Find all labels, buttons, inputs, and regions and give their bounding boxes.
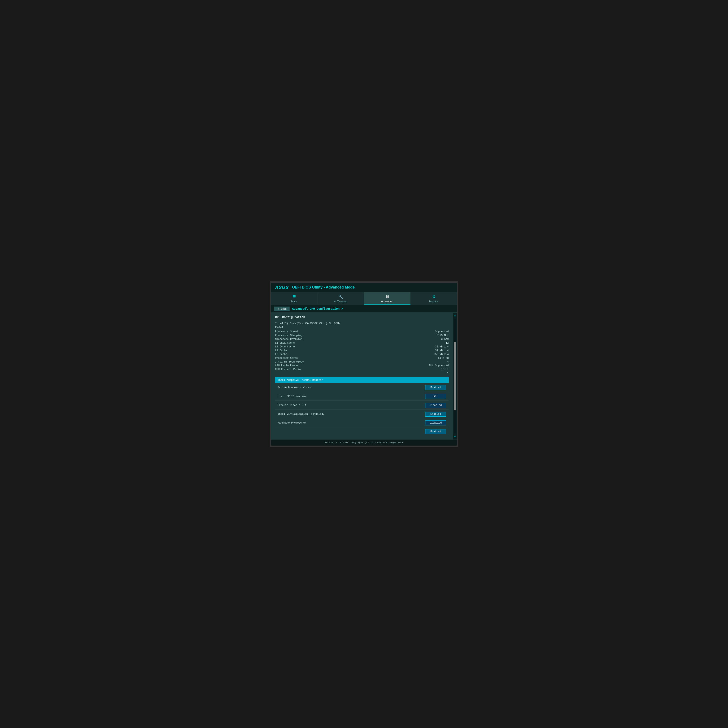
l2-cache-label: L2 Cache — [275, 349, 287, 352]
tab-monitor[interactable]: ⚙ Monitor — [411, 292, 457, 305]
scroll-track[interactable] — [454, 319, 456, 433]
info-row: CPU Ratio Range Not Supported — [275, 364, 449, 367]
proc-speed-label: Processor Speed — [275, 330, 298, 333]
info-row: L1 Code Cache 32 kB x 4 — [275, 345, 449, 349]
info-row: L3 Cache 256 kB x 4 — [275, 352, 449, 356]
proc-speed-value: Supported — [435, 330, 449, 333]
section-title: CPU Configuration — [275, 315, 449, 319]
setting-extra[interactable]: Enabled — [275, 428, 449, 436]
extra-value: 31 — [446, 372, 449, 375]
scroll-down-icon[interactable]: ▼ — [453, 434, 457, 439]
em64t-label: EM64T — [275, 326, 449, 329]
advanced-icon: 🖥 — [385, 294, 389, 299]
virtualization-value[interactable]: Enabled — [425, 411, 446, 417]
monitor-frame: ASUS UEFI BIOS Utility - Advanced Mode ☰… — [270, 281, 458, 447]
l1-code-value: 32 kB x 4 — [435, 345, 449, 348]
back-label: Back — [281, 307, 287, 310]
cpu-current-ratio-label: CPU Current Ratio — [275, 368, 301, 371]
info-row: 31 — [275, 371, 449, 375]
info-row: Intel HT Technology 4 — [275, 360, 449, 364]
l1-data-label: L1 Data Cache — [275, 341, 295, 344]
extra-setting-value[interactable]: Enabled — [425, 429, 446, 434]
hw-prefetcher-value[interactable]: Disabled — [425, 421, 446, 425]
scrollbar: ▲ ▼ — [453, 313, 457, 439]
tab-monitor-label: Monitor — [429, 300, 438, 303]
proc-cores-label: Processor Cores — [275, 357, 298, 359]
breadcrumb-current: CPU Configuration > — [310, 307, 343, 310]
l3-cache-label: L3 Cache — [275, 353, 287, 356]
content-area: CPU Configuration Intel(R) Core(TM) i5-3… — [271, 313, 453, 439]
limit-cpuid-value[interactable]: All — [425, 394, 446, 399]
info-row: Processor Stepping 3125 MHz — [275, 333, 449, 337]
tab-advanced-label: Advanced — [381, 300, 393, 303]
tab-ai-tweaker[interactable]: 🔧 Ai Tweaker — [317, 292, 364, 305]
footer-text: Version 2.10.1208. Copyright (C) 2012 Am… — [324, 441, 404, 444]
tab-main-label: Main — [291, 300, 297, 303]
active-cores-label: Active Processor Cores — [278, 386, 311, 389]
cpu-ratio-range-label: CPU Ratio Range — [275, 364, 298, 367]
setting-thermal-monitor[interactable]: Intel Adaptive Thermal Monitor — [275, 377, 449, 383]
execute-disable-value[interactable]: Disabled — [425, 403, 446, 408]
setting-limit-cpuid[interactable]: Limit CPUID Maximum All — [275, 393, 449, 401]
cpu-current-ratio-value: 16-31 — [441, 368, 449, 371]
info-row: CPU Current Ratio 16-31 — [275, 367, 449, 371]
info-row: Processor Cores 6144 kB — [275, 356, 449, 360]
info-table: Processor Speed Supported Processor Step… — [275, 330, 449, 375]
l2-cache-value: 32 kB x 4 — [435, 349, 449, 352]
footer-bar: Version 2.10.1208. Copyright (C) 2012 Am… — [271, 439, 457, 445]
tab-main[interactable]: ☰ Main — [271, 292, 317, 305]
setting-virtualization[interactable]: Intel Virtualization Technology Enabled — [275, 410, 449, 418]
back-button[interactable]: ◄ Back — [274, 307, 289, 311]
l1-data-value: 12 — [446, 341, 449, 344]
info-row: L1 Data Cache 12 — [275, 341, 449, 345]
monitor-icon: ⚙ — [432, 294, 436, 299]
microcode-value: 306a9 — [441, 338, 449, 341]
microcode-label: Microcode Revision — [275, 338, 302, 341]
info-row: L2 Cache 32 kB x 4 — [275, 349, 449, 352]
breadcrumb-prefix: Advanced\ — [292, 307, 310, 310]
scroll-thumb[interactable] — [454, 342, 456, 410]
bios-screen: ASUS UEFI BIOS Utility - Advanced Mode ☰… — [271, 283, 457, 445]
nav-tabs: ☰ Main 🔧 Ai Tweaker 🖥 Advanced ⚙ Monitor — [271, 292, 457, 305]
tab-advanced[interactable]: 🖥 Advanced — [364, 292, 411, 305]
l1-code-label: L1 Code Cache — [275, 345, 295, 348]
execute-disable-label: Execute Disable Bit — [278, 404, 306, 407]
main-icon: ☰ — [292, 294, 296, 299]
scroll-up-icon[interactable]: ▲ — [453, 313, 457, 318]
setting-hw-prefetcher[interactable]: Hardware Prefetcher Disabled — [275, 419, 449, 427]
breadcrumb: Advanced\ CPU Configuration > — [292, 307, 343, 310]
proc-cores-value: 6144 kB — [438, 357, 449, 359]
tab-ai-tweaker-label: Ai Tweaker — [334, 300, 347, 303]
settings-section: Intel Adaptive Thermal Monitor Active Pr… — [275, 377, 449, 436]
setting-active-cores[interactable]: Active Processor Cores Enabled — [275, 384, 449, 392]
main-content: CPU Configuration Intel(R) Core(TM) i5-3… — [271, 313, 457, 439]
setting-execute-disable[interactable]: Execute Disable Bit Disabled — [275, 401, 449, 410]
back-arrow-icon: ◄ — [277, 307, 280, 310]
hw-prefetcher-label: Hardware Prefetcher — [278, 421, 306, 424]
ai-tweaker-icon: 🔧 — [338, 294, 343, 299]
proc-stepping-label: Processor Stepping — [275, 334, 302, 337]
limit-cpuid-label: Limit CPUID Maximum — [278, 395, 306, 398]
cpu-ratio-range-value: Not Supported — [429, 364, 449, 367]
ht-tech-value: 4 — [447, 361, 449, 363]
l3-cache-value: 256 kB x 4 — [434, 353, 449, 356]
ht-tech-label: Intel HT Technology — [275, 361, 304, 363]
cpu-model: Intel(R) Core(TM) i5-3350P CPU @ 3.10GHz — [275, 322, 449, 325]
header-bar: ASUS UEFI BIOS Utility - Advanced Mode — [271, 283, 457, 292]
thermal-monitor-label: Intel Adaptive Thermal Monitor — [278, 379, 323, 382]
header-title: UEFI BIOS Utility - Advanced Mode — [292, 285, 355, 289]
active-cores-value[interactable]: Enabled — [425, 385, 446, 390]
info-row: Processor Speed Supported — [275, 330, 449, 333]
proc-stepping-value: 3125 MHz — [437, 334, 449, 337]
info-row: Microcode Revision 306a9 — [275, 337, 449, 341]
virtualization-label: Intel Virtualization Technology — [278, 413, 324, 416]
asus-logo: ASUS — [275, 285, 289, 290]
back-bar: ◄ Back Advanced\ CPU Configuration > — [271, 305, 457, 313]
